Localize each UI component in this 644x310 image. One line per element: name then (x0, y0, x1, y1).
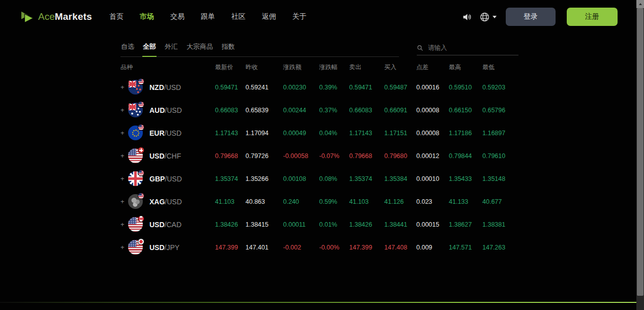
tab[interactable]: 全部 (142, 42, 157, 51)
column-header: 点差 (416, 63, 449, 72)
expand-icon[interactable]: + (120, 243, 128, 251)
change-percent: 0.01% (319, 221, 349, 228)
scrollbar-up-button[interactable] (636, 0, 644, 8)
table-row[interactable]: + XAG/USD 41.103 40.863 0.240 0.59% 41.1… (120, 190, 525, 213)
volume-icon[interactable] (462, 12, 472, 22)
pair-name: GBP/USD (149, 174, 182, 183)
expand-icon[interactable]: + (120, 129, 128, 137)
last-price: 41.103 (215, 198, 246, 205)
table-header: 品种最新价昨收涨跌额涨跌幅卖出买入点差最高最低 (120, 61, 525, 73)
table-row[interactable]: + EUR/USD 1.17143 1.17094 0.00049 0.04% … (120, 121, 525, 144)
scrollbar-thumb[interactable] (637, 8, 643, 296)
buy-price: 41.126 (384, 198, 416, 205)
pair-badge-flag-icon (138, 215, 144, 222)
change-amount: 0.00011 (283, 221, 319, 228)
column-header: 最低 (482, 63, 525, 72)
table-row[interactable]: + USD/CAD 1.38426 1.38415 0.00011 0.01% … (120, 213, 525, 236)
pair-flag-icon (128, 194, 143, 209)
prev-close: 0.59241 (246, 84, 283, 91)
globe-icon (479, 12, 490, 22)
language-selector[interactable] (479, 12, 497, 22)
pair-name: USD/CHF (149, 151, 181, 161)
arrow-up-icon (639, 3, 642, 5)
nav-item[interactable]: 首页 (109, 12, 124, 21)
tab[interactable]: 指数 (221, 42, 235, 51)
symbol-cell: + XAG/USD (120, 194, 215, 209)
pair-name: NZD/USD (149, 83, 181, 92)
tab[interactable]: 自选 (120, 42, 135, 51)
day-low: 40.677 (482, 198, 525, 205)
table-row[interactable]: + GBP/USD 1.35374 1.35266 0.00108 0.08% … (120, 167, 525, 190)
acemarkets-page: AceMarkets 首页市场交易跟单社区返佣关于 登录 注册 (0, 0, 644, 310)
quotes-table: 品种最新价昨收涨跌额涨跌幅卖出买入点差最高最低 + NZD/USD 0.5947… (120, 61, 525, 259)
buy-price: 0.59487 (384, 84, 416, 91)
expand-icon[interactable]: + (120, 221, 128, 228)
change-percent: -0.00% (319, 244, 349, 251)
table-row[interactable]: + USD/JPY 147.399 147.401 -0.002 -0.00% … (120, 236, 525, 259)
last-price: 0.79668 (215, 152, 246, 160)
logo-arrows-icon (20, 10, 36, 23)
buy-price: 1.35384 (384, 175, 416, 182)
table-row[interactable]: + USD/CHF 0.79668 0.79726 -0.00058 -0.07… (120, 144, 525, 167)
day-high: 0.79844 (449, 152, 482, 160)
change-percent: 0.59% (319, 198, 349, 205)
last-price: 1.35374 (215, 175, 246, 182)
search-icon (417, 45, 423, 51)
spread: 0.00016 (416, 84, 449, 91)
brand-logo[interactable]: AceMarkets (20, 10, 92, 23)
tab[interactable]: 外汇 (164, 42, 178, 51)
nav-item[interactable]: 关于 (292, 12, 306, 21)
pair-flag-icon (128, 217, 143, 232)
prev-close: 1.35266 (246, 175, 283, 182)
last-price: 1.38426 (215, 221, 246, 228)
pair-flag-icon (128, 126, 143, 140)
day-low: 0.65796 (482, 107, 525, 114)
pair-name: AUD/USD (149, 106, 182, 115)
expand-icon[interactable]: + (120, 175, 128, 182)
vertical-scrollbar[interactable] (636, 0, 644, 310)
day-low: 147.263 (482, 244, 525, 251)
spread: 0.00012 (416, 152, 449, 160)
topbar-actions: 登录 注册 (462, 8, 618, 26)
change-percent: -0.07% (319, 152, 349, 160)
sell-price: 1.35374 (349, 175, 384, 182)
column-header: 最新价 (215, 63, 246, 72)
change-amount: 0.00230 (283, 84, 319, 91)
column-header: 最高 (449, 63, 482, 72)
pair-name: EUR/USD (149, 129, 181, 138)
column-header: 涨跌幅 (319, 63, 349, 72)
expand-icon[interactable]: + (120, 152, 128, 160)
sell-price: 1.17143 (349, 130, 384, 137)
nav-item[interactable]: 跟单 (201, 12, 215, 21)
search-box[interactable] (417, 44, 518, 55)
expand-icon[interactable]: + (120, 198, 128, 205)
brand-part2: Markets (55, 11, 92, 22)
pair-name: XAG/USD (149, 197, 182, 206)
brand-part1: Ace (38, 11, 55, 22)
symbol-cell: + USD/CAD (120, 217, 215, 232)
expand-icon[interactable]: + (120, 106, 128, 114)
search-input[interactable] (427, 44, 518, 52)
spread: 0.00008 (416, 107, 449, 114)
day-low: 0.59203 (482, 84, 525, 91)
nav-item[interactable]: 市场 (140, 12, 154, 21)
day-high: 0.59510 (449, 84, 482, 91)
nav-item[interactable]: 社区 (231, 12, 246, 21)
prev-close: 1.17094 (246, 130, 283, 137)
main-nav: 首页市场交易跟单社区返佣关于 (109, 12, 306, 21)
table-row[interactable]: + AUD/USD 0.66083 0.65839 0.00244 0.37% … (120, 99, 525, 121)
nav-item[interactable]: 交易 (170, 12, 185, 21)
day-high: 1.17186 (449, 130, 482, 137)
symbol-cell: + NZD/USD (120, 80, 215, 95)
table-row[interactable]: + NZD/USD 0.59471 0.59241 0.00230 0.39% … (120, 76, 525, 99)
change-percent: 0.08% (319, 175, 349, 182)
register-button[interactable]: 注册 (567, 8, 618, 26)
change-percent: 0.04% (319, 130, 349, 137)
symbol-cell: + EUR/USD (120, 126, 215, 140)
change-amount: 0.00049 (283, 130, 319, 137)
spread: 0.023 (416, 198, 449, 205)
expand-icon[interactable]: + (120, 83, 128, 91)
login-button[interactable]: 登录 (506, 8, 556, 26)
tab[interactable]: 大宗商品 (186, 42, 213, 51)
nav-item[interactable]: 返佣 (262, 12, 276, 21)
